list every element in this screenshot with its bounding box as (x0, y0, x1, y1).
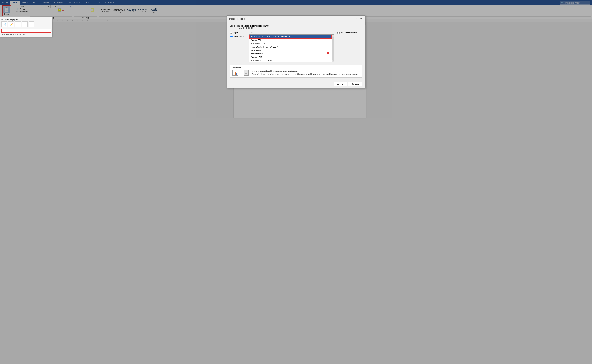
mostrar-icono-label[interactable]: Mostrar como icono (338, 32, 362, 34)
right-options: Mostrar como icono (338, 32, 362, 62)
modal-footer: Aceptar Cancelar (227, 80, 365, 88)
paste-special-dialog: Pegado especial ? ✕ Origen: Hoja de cálc… (227, 15, 365, 88)
pegar-radio[interactable] (230, 32, 232, 34)
como-items: Hoja de cálculo de Microsoft Excel 2003 … (249, 34, 334, 62)
resultado-section: Resultado → 🖼 Inserta el (230, 65, 362, 78)
paste-option-2[interactable]: 📝 (8, 21, 14, 27)
como-item-2[interactable]: Texto sin formato (249, 42, 332, 45)
paste-option-5[interactable]: 🅰 (28, 21, 34, 27)
modal-body: Origen: Hoja de cálculo de Microsoft Exc… (227, 22, 365, 80)
mostrar-icono-checkbox[interactable] (338, 32, 340, 34)
arrow-icon: → (239, 71, 243, 75)
chart-bar-3 (236, 73, 237, 75)
como-scrollbar[interactable]: ▲ ▼ (332, 34, 334, 62)
como-item-1[interactable]: Formato RTF (249, 39, 332, 42)
image-target-icon: 🖼 (244, 70, 248, 76)
como-item-0[interactable]: Hoja de cálculo de Microsoft Excel 2003 … (249, 34, 332, 39)
como-item-7[interactable]: Texto Unicode sin formato (249, 59, 332, 62)
scroll-down-button[interactable]: ▼ (332, 59, 334, 62)
como-item-3[interactable]: Imagen (metarchivo de Windows) (249, 45, 332, 49)
como-label: Como: (249, 32, 334, 34)
cancel-button[interactable]: Cancelar (348, 82, 362, 86)
accept-button[interactable]: Aceptar (334, 82, 347, 86)
pegar-vinculo-radio-label[interactable]: Pegar vínculo: (230, 35, 246, 38)
radio-column: Pegar: Pegar vínculo: (230, 32, 246, 62)
paste-option-4[interactable]: A (22, 21, 28, 27)
pegar-vinculo-label: Pegar vínculo: (234, 35, 245, 38)
modal-origin: Origen: Hoja de cálculo de Microsoft Exc… (230, 25, 362, 29)
scroll-thumb[interactable] (332, 37, 334, 59)
paste-options-row: 📄 📝 🖼 A 🅰 (1, 21, 51, 27)
paste-option-3[interactable]: 🖼 (15, 21, 21, 27)
como-list-wrapper: Hoja de cálculo de Microsoft Excel 2003 … (249, 34, 334, 62)
como-item-5[interactable]: Word Hyperlink (249, 52, 332, 56)
chart-bar-2 (235, 72, 236, 75)
paste-dropdown: Opciones de pegado: 📄 📝 🖼 A 🅰 Pegado esp… (0, 17, 52, 37)
resultado-text: Inserta el contenido del Portapapeles co… (252, 70, 358, 75)
mostrar-icono-text: Mostrar como icono (341, 32, 357, 34)
paste-option-1[interactable]: 📄 (1, 21, 7, 27)
pegar-radio-label[interactable]: Pegar: (230, 32, 246, 34)
paste-dropdown-title: Opciones de pegado: (1, 18, 51, 20)
como-section: Como: Hoja de cálculo de Microsoft Excel… (249, 32, 334, 62)
resultado-line2: Pegar vínculo crea un vínculo con el arc… (252, 73, 358, 75)
origin-ref: Hoja1!F1C1:F3C8 (230, 27, 362, 29)
scroll-up-button[interactable]: ▲ (332, 34, 334, 37)
modal-overlay: Pegado especial ? ✕ Origen: Hoja de cálc… (0, 0, 592, 364)
como-item-6[interactable]: Formato HTML (249, 56, 332, 59)
resultado-icon: → 🖼 (233, 70, 248, 76)
help-button[interactable]: ? (355, 17, 358, 20)
set-default-paste[interactable]: Establecer Pegar predeterminar (1, 33, 51, 36)
como-list[interactable]: Hoja de cálculo de Microsoft Excel 2003 … (249, 34, 334, 62)
pegar-vinculo-radio[interactable] (230, 35, 233, 38)
resultado-content: → 🖼 Inserta el contenido del Portapapele… (233, 70, 359, 76)
origin-label: Origen: (230, 25, 236, 27)
paste-special-button[interactable]: Pegado especial... (1, 28, 51, 32)
origin-app: Hoja de cálculo de Microsoft Excel 2003 (236, 25, 269, 27)
pegar-label: Pegar: (233, 32, 238, 34)
modal-controls: ? ✕ (355, 17, 363, 20)
modal-header: Pegado especial ? ✕ (227, 16, 365, 22)
modal-title: Pegado especial (229, 18, 245, 20)
modal-paste-options: Pegar: Pegar vínculo: Como: Hoja de cálc… (230, 32, 362, 62)
chart-bar-1 (234, 73, 234, 75)
chart-source-icon (233, 70, 238, 76)
como-item-4[interactable]: Mapa de bits (249, 49, 332, 52)
close-button[interactable]: ✕ (359, 17, 363, 20)
resultado-line1: Inserta el contenido del Portapapeles co… (252, 70, 358, 72)
resultado-title: Resultado (233, 67, 359, 69)
